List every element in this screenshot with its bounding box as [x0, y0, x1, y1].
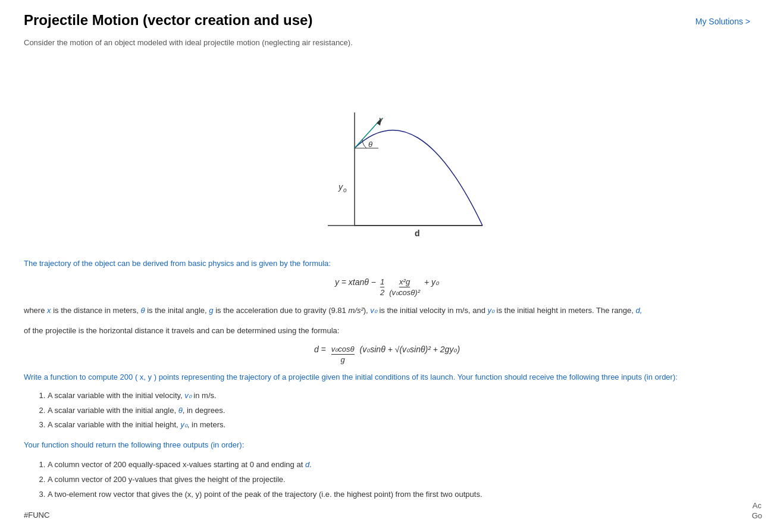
inputs-list: A scalar variable with the initial veloc…: [48, 390, 750, 431]
input-item-1: A scalar variable with the initial veloc…: [48, 390, 750, 402]
intro-text: Consider the motion of an object modeled…: [24, 38, 750, 47]
outputs-intro: Your function should return the followin…: [24, 439, 750, 452]
svg-text:θ: θ: [368, 140, 372, 149]
outputs-list: A column vector of 200 equally-spaced x-…: [48, 459, 750, 500]
func-tag: #FUNC: [24, 511, 750, 520]
trajectory-text: The trajectory of the object can be deri…: [24, 258, 750, 270]
write-function-text: Write a function to compute 200 ( x, y )…: [24, 371, 750, 384]
input-item-3: A scalar variable with the initial heigh…: [48, 419, 750, 431]
range-formula: d = v₀cosθ g (v₀sinθ + √(v₀sinθ)² + 2gy₀…: [24, 345, 750, 364]
projectile-diagram: v θ y o d: [245, 59, 530, 243]
output-item-3: A two-element row vector that gives the …: [48, 489, 750, 501]
output-item-1: A column vector of 200 equally-spaced x-…: [48, 459, 750, 471]
page-title: Projectile Motion (vector creation and u…: [24, 12, 312, 29]
svg-text:d: d: [415, 229, 420, 238]
bottom-right-controls: Ac Go: [752, 501, 762, 520]
ac-button[interactable]: Ac: [753, 501, 762, 510]
svg-text:o: o: [343, 187, 347, 193]
output-item-2: A column vector of 200 y-values that giv…: [48, 474, 750, 486]
range-text: of the projectile is the horizontal dist…: [24, 324, 750, 337]
trajectory-formula: y = xtan θ − 1 2 x²g (v₀cosθ)² + y₀: [24, 277, 750, 297]
go-button[interactable]: Go: [752, 511, 762, 520]
variables-text: where x is the distance in meters, θ is …: [24, 304, 750, 317]
my-solutions-link[interactable]: My Solutions >: [695, 17, 750, 26]
input-item-2: A scalar variable with the initial angle…: [48, 405, 750, 417]
diagram-container: v θ y o d: [24, 59, 750, 243]
page-header: Projectile Motion (vector creation and u…: [24, 12, 750, 29]
svg-text:y: y: [338, 182, 343, 192]
